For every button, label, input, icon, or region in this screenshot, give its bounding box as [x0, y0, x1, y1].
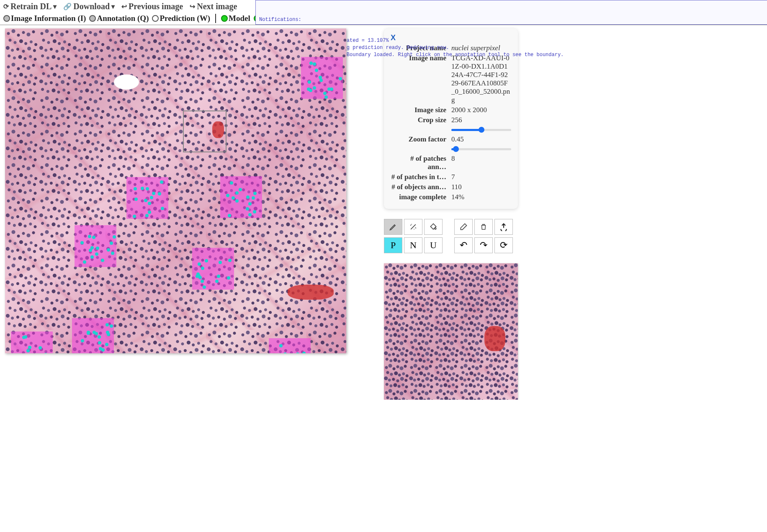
notifications-header: Notifications: — [259, 16, 764, 23]
value-objects-ann: 110 — [451, 183, 511, 191]
toggle-model-label: Model — [229, 14, 250, 23]
undo-icon: ↶ — [460, 240, 467, 251]
histology-main-canvas[interactable] — [5, 28, 346, 353]
nucleus-annotation — [134, 198, 138, 201]
nucleus-annotation — [39, 346, 42, 350]
value-patches-ann: 8 — [451, 154, 511, 171]
annotated-patch[interactable] — [220, 176, 262, 218]
nucleus-annotation — [327, 87, 331, 91]
tool-panel: P N U ↶ ↷ ⟳ — [384, 219, 518, 253]
toggle-image-information[interactable]: Image Information (I) — [3, 14, 86, 23]
nucleus-annotation — [227, 276, 230, 280]
fill-tool-button[interactable] — [424, 219, 443, 235]
nucleus-annotation — [44, 353, 47, 353]
nucleus-annotation — [302, 352, 306, 353]
redo-button[interactable]: ↷ — [474, 237, 493, 253]
retrain-label: Retrain DL — [10, 2, 51, 11]
toggle-prediction-w[interactable]: Prediction (W) — [152, 14, 210, 23]
eraser-tool-button[interactable] — [454, 219, 473, 235]
annotated-patch[interactable] — [11, 332, 53, 353]
toggle-annotation-label: Annotation (Q) — [97, 14, 149, 23]
value-patches-in-t: 7 — [451, 173, 511, 181]
next-image-label: Next image — [197, 2, 237, 11]
nucleus-annotation — [160, 180, 163, 184]
nucleus-annotation — [148, 211, 151, 214]
nucleus-annotation — [283, 352, 287, 353]
caret-down-icon: ▾ — [53, 3, 57, 10]
magic-wand-tool-button[interactable] — [404, 219, 422, 235]
nucleus-annotation — [80, 241, 84, 244]
download-label: Download — [73, 2, 110, 11]
nucleus-annotation — [110, 324, 113, 328]
nucleus-annotation — [235, 191, 239, 195]
upload-tool-button[interactable] — [494, 219, 513, 235]
label-objects-ann: # of objects ann… — [391, 183, 451, 191]
negative-class-button[interactable]: N — [404, 237, 422, 253]
nucleus-annotation — [315, 69, 318, 72]
nucleus-annotation — [313, 86, 316, 90]
tool-row-1 — [384, 219, 518, 235]
crop-size-slider[interactable] — [451, 126, 511, 134]
radio-icon — [152, 15, 159, 22]
nucleus-annotation — [141, 187, 144, 190]
nucleus-annotation — [95, 332, 98, 335]
annotated-patch[interactable] — [192, 248, 234, 290]
nucleus-annotation — [83, 260, 86, 264]
nucleus-annotation — [219, 261, 222, 264]
tissue-rbc — [484, 326, 505, 351]
undo-button[interactable]: ↶ — [454, 237, 473, 253]
nucleus-annotation — [105, 343, 108, 346]
retrain-dl-menu[interactable]: ⟳ Retrain DL ▾ — [3, 2, 57, 11]
nucleus-annotation — [309, 62, 313, 65]
download-menu[interactable]: 🔗 Download ▾ — [63, 2, 115, 11]
toggle-model[interactable]: Model — [221, 14, 250, 23]
nucleus-annotation — [95, 252, 98, 256]
nucleus-annotation — [26, 349, 30, 352]
nucleus-annotation — [152, 192, 155, 195]
nucleus-annotation — [110, 242, 113, 245]
reload-button[interactable]: ⟳ — [494, 237, 513, 253]
nucleus-annotation — [230, 181, 233, 185]
label-patches-in-t: # of patches in t… — [391, 173, 451, 181]
nucleus-annotation — [248, 213, 252, 216]
nucleus-annotation — [279, 344, 283, 347]
trash-tool-button[interactable] — [474, 219, 493, 235]
unknown-class-button[interactable]: U — [424, 237, 443, 253]
nucleus-annotation — [228, 259, 232, 262]
nucleus-annotation — [150, 196, 153, 199]
nucleus-annotation — [113, 235, 116, 239]
nucleus-annotation — [226, 194, 229, 197]
redo-icon: ↷ — [480, 240, 487, 251]
link-icon: 🔗 — [63, 3, 72, 10]
label-patches-ann: # of patches ann… — [391, 154, 451, 171]
label-crop-slider — [391, 126, 451, 134]
next-image-button[interactable]: ↪ Next image — [190, 2, 237, 11]
annotated-patch[interactable] — [269, 338, 311, 353]
nucleus-annotation — [28, 346, 31, 349]
selection-box[interactable] — [183, 111, 226, 152]
nucleus-annotation — [198, 276, 202, 279]
annotated-patch[interactable] — [301, 57, 343, 99]
positive-class-button[interactable]: P — [384, 237, 402, 253]
toggle-annotation[interactable]: Annotation (Q) — [89, 14, 149, 23]
arrow-left-icon: ↩ — [121, 3, 127, 10]
zoom-factor-slider[interactable] — [451, 145, 511, 153]
previous-image-button[interactable]: ↩ Previous image — [121, 2, 183, 11]
annotated-patch[interactable] — [72, 318, 114, 353]
nucleus-annotation — [324, 95, 328, 99]
nucleus-annotation — [90, 255, 94, 259]
reload-icon: ⟳ — [500, 240, 507, 251]
tissue-nuclei — [5, 28, 346, 353]
nucleus-annotation — [248, 202, 252, 206]
annotated-patch[interactable] — [126, 177, 168, 219]
nucleus-annotation — [319, 79, 323, 82]
pencil-tool-button[interactable] — [384, 219, 402, 235]
crop-preview-canvas[interactable] — [384, 263, 518, 400]
nucleus-annotation — [232, 196, 235, 200]
annotated-patch[interactable] — [75, 225, 116, 267]
label-crop-size: Crop size — [391, 116, 451, 124]
toggle-info-label: Image Information (I) — [11, 14, 86, 23]
label-zoom-factor: Zoom factor — [391, 135, 451, 144]
nucleus-annotation — [88, 235, 91, 238]
main-area: X Project name nuclei superpixel Image n… — [0, 25, 767, 400]
